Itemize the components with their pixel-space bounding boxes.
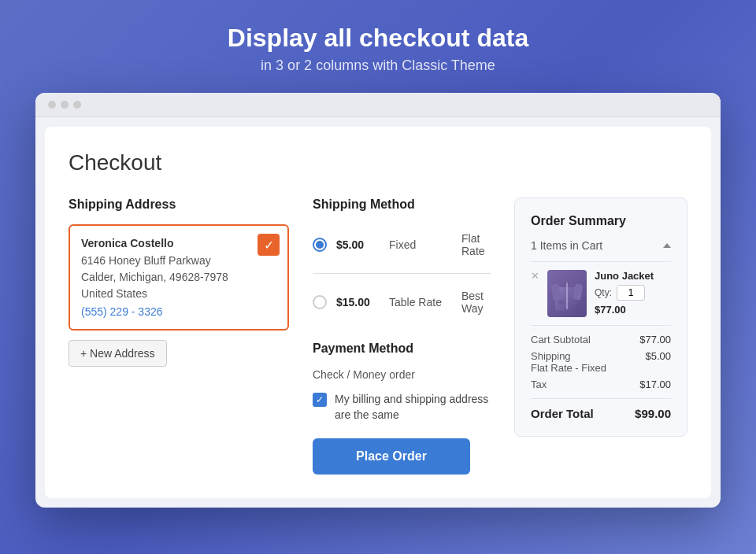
- billing-same-label: My billing and shipping address are the …: [335, 392, 491, 423]
- cart-item-qty-input[interactable]: [617, 285, 645, 301]
- order-summary-title: Order Summary: [531, 214, 671, 228]
- shipping-divider: [313, 273, 491, 274]
- hero-title: Display all checkout data: [228, 24, 528, 53]
- cart-item-remove-icon[interactable]: ✕: [531, 270, 539, 282]
- cart-item-name: Juno Jacket: [595, 270, 671, 282]
- billing-same-checkbox[interactable]: ✓: [313, 393, 327, 407]
- summary-shipping-value: $5.00: [645, 350, 671, 374]
- cart-item-price: $77.00: [595, 304, 671, 316]
- order-total-value: $99.00: [635, 407, 671, 420]
- summary-row-tax: Tax $17.00: [531, 379, 671, 390]
- shipping-name-1: Flat Rate: [461, 232, 491, 257]
- cart-item: ✕: [531, 270, 671, 317]
- summary-shipping-label: Shipping Flat Rate - Fixed: [531, 350, 606, 374]
- address-street: 6146 Honey Bluff Parkway: [81, 253, 276, 269]
- svg-rect-2: [573, 283, 583, 300]
- summary-subtotal-label: Cart Subtotal: [531, 334, 591, 345]
- address-country: United States: [81, 286, 276, 302]
- svg-rect-3: [566, 283, 568, 309]
- payment-method-label: Check / Money order: [313, 368, 491, 381]
- summary-subtotal-value: $77.00: [639, 334, 671, 345]
- cart-divider-bottom: [531, 325, 671, 326]
- browser-dot-1: [48, 101, 56, 109]
- summary-row-subtotal: Cart Subtotal $77.00: [531, 334, 671, 345]
- cart-item-qty-label: Qty:: [595, 287, 612, 298]
- shipping-radio-2[interactable]: [313, 295, 327, 309]
- shipping-address-title: Shipping Address: [69, 198, 289, 212]
- summary-row-shipping: Shipping Flat Rate - Fixed $5.00: [531, 350, 671, 374]
- svg-rect-5: [570, 300, 576, 305]
- payment-method-section: Payment Method Check / Money order ✓ My …: [313, 342, 491, 475]
- cart-item-qty-row: Qty:: [595, 285, 671, 301]
- cart-items-count: 1 Items in Cart: [531, 239, 602, 252]
- order-summary-section: Order Summary 1 Items in Cart ✕: [514, 198, 687, 437]
- order-total-label: Order Total: [531, 407, 594, 420]
- address-phone: (555) 229 - 3326: [81, 305, 276, 318]
- address-selected-check: ✓: [258, 234, 280, 256]
- shipping-name-2: Best Way: [461, 290, 491, 315]
- browser-bar: [35, 93, 721, 117]
- browser-window: Checkout Shipping Address ✓ Veronica Cos…: [35, 93, 721, 508]
- shipping-label-1: Fixed: [389, 238, 452, 251]
- summary-total-row: Order Total $99.00: [531, 398, 671, 420]
- browser-dot-2: [61, 101, 69, 109]
- svg-rect-1: [551, 283, 561, 300]
- address-city-state-zip: Calder, Michigan, 49628-7978: [81, 269, 276, 286]
- shipping-option-2[interactable]: $15.00 Table Rate Best Way: [313, 282, 491, 323]
- cart-divider-top: [531, 261, 671, 262]
- address-name: Veronica Costello: [81, 237, 276, 249]
- place-order-button[interactable]: Place Order: [313, 438, 470, 475]
- cart-item-details: Juno Jacket Qty: $77.00: [595, 270, 671, 316]
- address-card[interactable]: ✓ Veronica Costello 6146 Honey Bluff Par…: [69, 224, 289, 331]
- juno-jacket-image: [551, 273, 583, 314]
- billing-same-row[interactable]: ✓ My billing and shipping address are th…: [313, 392, 491, 423]
- shipping-radio-1[interactable]: [313, 238, 327, 252]
- cart-header: 1 Items in Cart: [531, 239, 671, 252]
- shipping-method-title: Shipping Method: [313, 198, 491, 212]
- shipping-price-2: $15.00: [336, 296, 380, 308]
- payment-method-title: Payment Method: [313, 342, 491, 356]
- summary-tax-value: $17.00: [639, 379, 671, 390]
- summary-tax-label: Tax: [531, 379, 547, 390]
- middle-column: Shipping Method $5.00 Fixed Flat Rate $1…: [313, 198, 491, 475]
- hero-subtitle: in 3 or 2 columns with Classic Theme: [261, 57, 495, 74]
- shipping-price-1: $5.00: [336, 238, 380, 251]
- cart-collapse-icon[interactable]: [663, 243, 671, 248]
- new-address-button[interactable]: + New Address: [69, 340, 167, 367]
- browser-content: Checkout Shipping Address ✓ Veronica Cos…: [45, 127, 711, 498]
- svg-rect-4: [558, 300, 564, 305]
- browser-dot-3: [73, 101, 81, 109]
- page-title: Checkout: [69, 150, 687, 175]
- shipping-address-section: Shipping Address ✓ Veronica Costello 614…: [69, 198, 289, 367]
- cart-item-image: [547, 270, 587, 317]
- shipping-option-1[interactable]: $5.00 Fixed Flat Rate: [313, 224, 491, 265]
- checkout-grid: Shipping Address ✓ Veronica Costello 614…: [69, 198, 687, 475]
- shipping-label-2: Table Rate: [389, 296, 452, 308]
